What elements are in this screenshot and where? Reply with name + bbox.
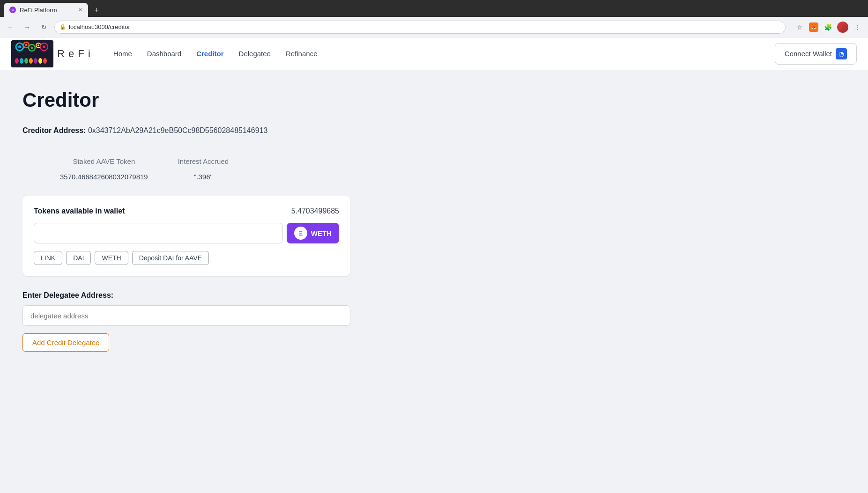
- address-bar[interactable]: 🔒 localhost:3000/creditor: [54, 21, 786, 34]
- staked-aave-label: Staked AAVE Token: [73, 157, 135, 165]
- logo-image: [11, 40, 53, 67]
- dai-token-button[interactable]: DAI: [66, 251, 91, 265]
- svg-point-2: [18, 45, 21, 48]
- url-text: localhost:3000/creditor: [69, 23, 130, 30]
- interest-accrued-label: Interest Accrued: [178, 157, 229, 165]
- svg-point-10: [43, 45, 45, 48]
- nav-refinance[interactable]: Refinance: [286, 50, 318, 58]
- token-selector[interactable]: Ξ WETH: [287, 223, 339, 243]
- svg-point-17: [43, 58, 47, 64]
- creditor-address-label: Creditor Address:: [22, 126, 86, 134]
- stats-row: Staked AAVE Token 3570.46684260803207981…: [22, 157, 540, 181]
- weth-token-button[interactable]: WETH: [95, 251, 128, 265]
- svg-point-12: [20, 58, 23, 64]
- svg-point-16: [38, 58, 42, 64]
- delegatee-section: Enter Delegatee Address: Add Credit Dele…: [22, 291, 540, 352]
- staked-aave-stat: Staked AAVE Token 3570.46684260803207981…: [60, 157, 148, 181]
- svg-point-8: [37, 44, 39, 46]
- puzzle-extension-icon[interactable]: 🧩: [821, 21, 834, 34]
- nav-links: Home Dashboard Creditor Delegatee Refina…: [113, 50, 775, 58]
- tokens-available-value: 5.4703499685: [291, 207, 339, 215]
- deposit-dai-button[interactable]: Deposit DAI for AAVE: [132, 251, 209, 265]
- bookmark-button[interactable]: ☆: [793, 21, 806, 34]
- profile-avatar[interactable]: [837, 22, 848, 33]
- tokens-available-label: Tokens available in wallet: [34, 207, 125, 215]
- forward-button[interactable]: →: [21, 21, 34, 34]
- svg-point-11: [15, 58, 19, 64]
- delegatee-address-input[interactable]: [22, 305, 350, 326]
- creditor-address-row: Creditor Address: 0x343712AbA29A21c9eB50…: [22, 126, 540, 135]
- interest-accrued-value: ".396": [194, 173, 213, 181]
- svg-point-15: [34, 58, 37, 64]
- creditor-address-value: 0x343712AbA29A21c9eB50Cc98D5560284851469…: [88, 126, 267, 134]
- interest-accrued-stat: Interest Accrued ".396": [178, 157, 229, 181]
- reload-button[interactable]: ↻: [37, 21, 51, 34]
- token-card-header: Tokens available in wallet 5.4703499685: [34, 207, 339, 215]
- connect-wallet-button[interactable]: Connect Wallet ◔: [775, 43, 857, 65]
- fox-extension-icon[interactable]: 🦊: [809, 22, 818, 32]
- nav-creditor[interactable]: Creditor: [196, 50, 223, 58]
- tab-close-button[interactable]: ✕: [78, 7, 82, 13]
- wallet-icon: ◔: [836, 48, 847, 59]
- logo-area: R e F i: [11, 40, 91, 67]
- main-content: Creditor Creditor Address: 0x343712AbA29…: [0, 70, 562, 370]
- staked-aave-value: 3570.466842608032079819: [60, 173, 148, 181]
- token-amount-input[interactable]: [34, 223, 283, 243]
- token-selector-label: WETH: [311, 229, 332, 237]
- tab-favicon: ⚙: [9, 7, 16, 13]
- navbar: R e F i Home Dashboard Creditor Delegate…: [0, 37, 868, 70]
- token-buttons: LINK DAI WETH Deposit DAI for AAVE: [34, 251, 339, 265]
- back-button[interactable]: ←: [4, 21, 17, 34]
- svg-point-6: [31, 46, 33, 49]
- delegatee-section-label: Enter Delegatee Address:: [22, 291, 540, 300]
- nav-dashboard[interactable]: Dashboard: [147, 50, 181, 58]
- lock-icon: 🔒: [59, 24, 66, 30]
- svg-point-4: [25, 44, 28, 46]
- link-token-button[interactable]: LINK: [34, 251, 62, 265]
- nav-home[interactable]: Home: [113, 50, 132, 58]
- svg-point-13: [24, 58, 28, 64]
- browser-tab[interactable]: ⚙ ReFi Platform ✕: [4, 3, 88, 17]
- nav-delegatee[interactable]: Delegatee: [239, 50, 271, 58]
- connect-wallet-label: Connect Wallet: [785, 50, 832, 58]
- page-title: Creditor: [22, 89, 540, 111]
- new-tab-button[interactable]: +: [90, 4, 103, 17]
- menu-button[interactable]: ⋮: [851, 21, 864, 34]
- add-delegatee-button[interactable]: Add Credit Delegatee: [22, 333, 109, 352]
- token-card: Tokens available in wallet 5.4703499685 …: [22, 196, 350, 276]
- eth-icon: Ξ: [294, 227, 307, 240]
- tab-title: ReFi Platform: [20, 7, 57, 14]
- logo-text: R e F i: [57, 48, 91, 60]
- token-input-row: Ξ WETH: [34, 223, 339, 243]
- svg-point-14: [29, 58, 33, 64]
